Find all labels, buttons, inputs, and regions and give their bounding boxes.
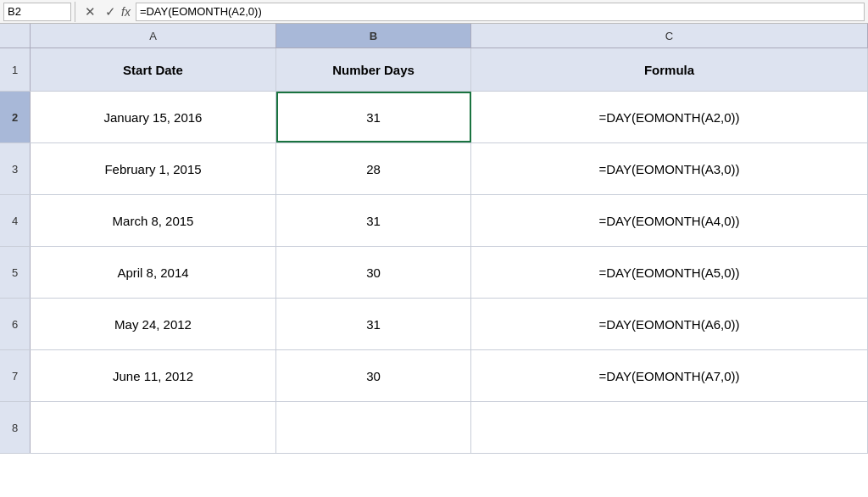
table-row: 7June 11, 201230=DAY(EOMONTH(A7,0)): [0, 350, 868, 402]
cell-c-5[interactable]: =DAY(EOMONTH(A5,0)): [471, 247, 868, 298]
formula-bar-icons: ✕ ✓: [82, 4, 118, 20]
table-row: 2January 15, 201631=DAY(EOMONTH(A2,0)): [0, 92, 868, 143]
column-headers: A B C: [0, 24, 868, 48]
cell-a-3[interactable]: February 1, 2015: [31, 143, 276, 194]
data-rows: 1 Start Date Number Days Formula 2Januar…: [0, 48, 868, 497]
cancel-icon[interactable]: ✕: [82, 4, 97, 20]
name-box[interactable]: B2: [3, 3, 71, 21]
cell-b-3[interactable]: 28: [276, 143, 471, 194]
col-header-a[interactable]: A: [31, 24, 276, 47]
spreadsheet: B2 ✕ ✓ fx A B C 1 Start Date Number Days…: [0, 0, 868, 497]
cell-c-2[interactable]: =DAY(EOMONTH(A2,0)): [471, 92, 868, 142]
table-row: 6May 24, 201231=DAY(EOMONTH(A6,0)): [0, 299, 868, 350]
cell-c-7[interactable]: =DAY(EOMONTH(A7,0)): [471, 350, 868, 401]
cell-a-2[interactable]: January 15, 2016: [31, 92, 276, 142]
row-num-2: 2: [0, 92, 31, 142]
row-num-3: 3: [0, 143, 31, 194]
row-num-5: 5: [0, 247, 31, 298]
confirm-icon[interactable]: ✓: [103, 4, 118, 20]
formula-input[interactable]: [136, 3, 865, 21]
table-row: 8: [0, 402, 868, 454]
cell-b-2[interactable]: 31: [276, 92, 471, 142]
table-area: A B C 1 Start Date Number Days Formula 2…: [0, 24, 868, 497]
cell-a-5[interactable]: April 8, 2014: [31, 247, 276, 298]
formula-bar-separator: [75, 2, 75, 22]
cell-b-6[interactable]: 31: [276, 299, 471, 349]
cell-c-8[interactable]: [471, 402, 868, 453]
cell-b-8[interactable]: [276, 402, 471, 453]
header-row: 1 Start Date Number Days Formula: [0, 48, 868, 92]
table-row: 5April 8, 201430=DAY(EOMONTH(A5,0)): [0, 247, 868, 299]
header-cell-a[interactable]: Start Date: [31, 48, 276, 91]
row-num-7: 7: [0, 350, 31, 401]
corner-header: [0, 24, 31, 47]
cell-b-5[interactable]: 30: [276, 247, 471, 298]
row-num-6: 6: [0, 299, 31, 349]
table-row: 3February 1, 201528=DAY(EOMONTH(A3,0)): [0, 143, 868, 195]
cell-b-7[interactable]: 30: [276, 350, 471, 401]
table-row: 4March 8, 201531=DAY(EOMONTH(A4,0)): [0, 195, 868, 247]
cell-a-4[interactable]: March 8, 2015: [31, 195, 276, 246]
header-cell-c[interactable]: Formula: [471, 48, 868, 91]
header-cell-b[interactable]: Number Days: [276, 48, 471, 91]
col-header-b[interactable]: B: [276, 24, 471, 47]
row-num-1: 1: [0, 48, 31, 91]
formula-bar: B2 ✕ ✓ fx: [0, 0, 868, 24]
row-num-8: 8: [0, 402, 31, 453]
cell-a-7[interactable]: June 11, 2012: [31, 350, 276, 401]
cell-a-8[interactable]: [31, 402, 276, 453]
cell-c-6[interactable]: =DAY(EOMONTH(A6,0)): [471, 299, 868, 349]
cell-c-4[interactable]: =DAY(EOMONTH(A4,0)): [471, 195, 868, 246]
cell-a-6[interactable]: May 24, 2012: [31, 299, 276, 349]
fx-label: fx: [121, 5, 131, 19]
cell-b-4[interactable]: 31: [276, 195, 471, 246]
col-header-c[interactable]: C: [471, 24, 868, 47]
cell-c-3[interactable]: =DAY(EOMONTH(A3,0)): [471, 143, 868, 194]
row-num-4: 4: [0, 195, 31, 246]
